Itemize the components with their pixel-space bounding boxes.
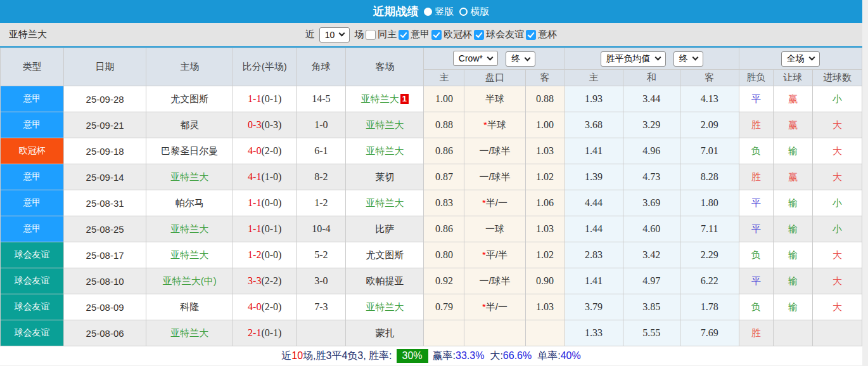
- recent-count-select[interactable]: 10: [319, 27, 350, 42]
- goals-result-cell: 小: [812, 190, 862, 216]
- same-home-label: 同主: [378, 29, 397, 41]
- handicap-result-cell: 输: [773, 190, 812, 216]
- competition-badge: 意甲: [1, 164, 63, 190]
- away-team-cell: 尤文图斯: [346, 242, 424, 268]
- odds-company-select[interactable]: Crow*: [453, 51, 498, 66]
- subheader-euro-away: 客: [680, 70, 739, 86]
- score-cell: 3-3(2-2): [233, 268, 297, 294]
- odds-company-time-value: 终: [511, 53, 520, 65]
- summary-middle: 场,胜3平4负3, 胜率:: [303, 350, 392, 363]
- goals-result-cell: 大: [812, 138, 862, 164]
- goals-result-cell: 大: [812, 164, 862, 190]
- result-cell: 胜: [739, 164, 773, 190]
- recent-label: 近: [305, 29, 315, 41]
- vertical-layout-radio[interactable]: [424, 8, 432, 16]
- score-cell: 1-2(0-0): [233, 242, 297, 268]
- euro-draw-odds-cell: 5.55: [623, 320, 680, 346]
- chevron-down-icon: [487, 54, 494, 60]
- handicap-cell: 一/球半: [464, 164, 525, 190]
- filter-serie-a-checkbox[interactable]: [399, 30, 409, 40]
- subheader-result: 胜负: [739, 70, 773, 86]
- horizontal-layout-option[interactable]: 横版: [459, 6, 490, 18]
- handicap-result-cell: 赢: [773, 86, 812, 112]
- match-type-cell: 球会友谊: [1, 294, 64, 320]
- euro-home-odds-cell: 2.83: [565, 242, 623, 268]
- match-type-cell: 球会友谊: [1, 320, 64, 346]
- match-type-cell: 欧冠杯: [1, 138, 64, 164]
- home-team-cell: 都灵: [146, 112, 233, 138]
- filter-friendly-checkbox[interactable]: [474, 30, 484, 40]
- odds-company-time-select[interactable]: 终: [506, 51, 535, 67]
- asia-away-odds-cell: 1.03: [525, 216, 565, 242]
- match-row: 意甲25-08-31帕尔马1-1(0-0)1-2亚特兰大0.83*半/一1.06…: [1, 190, 862, 216]
- same-home-checkbox[interactable]: [366, 30, 376, 40]
- match-row: 球会友谊25-08-06亚特兰大2-1(0-1)蒙扎1.335.557.69胜: [1, 320, 862, 346]
- score-cell: 4-0(2-0): [233, 294, 297, 320]
- euro-home-odds-cell: 1.41: [565, 138, 623, 164]
- europe-odds-select[interactable]: 胜平负均值: [601, 51, 666, 67]
- goals-result-cell: 大: [812, 242, 862, 268]
- home-team-cell: 巴黎圣日尔曼: [146, 138, 233, 164]
- match-row: 意甲25-09-14亚特兰大4-1(1-0)8-2莱切0.87一/球半1.021…: [1, 164, 862, 190]
- asia-home-odds-cell: 0.80: [424, 242, 464, 268]
- match-row: 意甲25-08-25亚特兰大1-1(0-1)10-4比萨0.86一球1.031.…: [1, 216, 862, 242]
- score-cell: 1-1(0-0): [233, 190, 297, 216]
- euro-away-odds-cell: 8.28: [680, 164, 739, 190]
- match-scope-value: 全场: [787, 53, 805, 65]
- handicap-cell: [464, 320, 525, 346]
- handicap-result-cell: 赢: [773, 164, 812, 190]
- filter-coppa-label: 意杯: [538, 29, 557, 41]
- corners-cell: 6-1: [297, 138, 346, 164]
- date-cell: 25-08-09: [64, 294, 146, 320]
- home-team-cell: 亚特兰大(中): [146, 268, 233, 294]
- recent-count-value: 10: [325, 30, 335, 40]
- score-cell: 0-3(0-3): [233, 112, 297, 138]
- europe-odds-value: 胜平负均值: [606, 53, 651, 65]
- filter-ucl-checkbox[interactable]: [431, 30, 442, 40]
- col-header-away: 客场: [346, 48, 424, 86]
- away-team-cell: 亚特兰大1: [346, 86, 424, 112]
- home-team-cell: 科隆: [146, 294, 233, 320]
- summary-prefix: 近: [281, 350, 291, 363]
- competition-badge: 球会友谊: [1, 320, 63, 346]
- chevron-down-icon: [654, 55, 661, 61]
- competition-badge: 意甲: [1, 86, 63, 112]
- vertical-layout-option[interactable]: 竖版: [424, 6, 454, 18]
- col-header-score: 比分(半场): [233, 48, 297, 86]
- goals-result-cell: 大: [812, 294, 862, 320]
- euro-draw-odds-cell: 3.42: [623, 242, 680, 268]
- date-cell: 25-08-10: [64, 268, 146, 294]
- asia-away-odds-cell: 0.90: [525, 268, 565, 294]
- asia-home-odds-cell: [424, 320, 464, 346]
- result-cell: 胜: [739, 112, 773, 138]
- summary-count: 10: [291, 350, 303, 362]
- corners-cell: 1-2: [297, 190, 346, 216]
- subheader-asia-home: 主: [424, 70, 464, 86]
- subheader-asia-away: 客: [525, 70, 565, 86]
- euro-away-odds-cell: 4.13: [680, 86, 739, 112]
- match-scope-select[interactable]: 全场: [781, 51, 820, 67]
- europe-odds-header: 胜平负均值 终: [565, 48, 739, 70]
- away-team-cell: 莱切: [346, 164, 424, 190]
- goals-result-cell: 小: [812, 216, 862, 242]
- asia-home-odds-cell: 0.79: [424, 294, 464, 320]
- euro-away-odds-cell: 2.29: [680, 242, 739, 268]
- col-header-date: 日期: [64, 48, 146, 86]
- horizontal-layout-radio[interactable]: [459, 8, 468, 16]
- goals-result-cell: [812, 320, 862, 346]
- match-type-cell: 球会友谊: [1, 242, 64, 268]
- asia-away-odds-cell: 1.03: [525, 138, 565, 164]
- spread-rate-value: 33.3%: [456, 350, 484, 362]
- goals-result-cell: 大: [812, 112, 862, 138]
- match-type-cell: 意甲: [1, 164, 64, 190]
- competition-badge: 欧冠杯: [1, 138, 63, 164]
- asia-away-odds-cell: [525, 320, 565, 346]
- europe-odds-time-select[interactable]: 终: [673, 51, 703, 67]
- filter-coppa-checkbox[interactable]: [526, 30, 536, 40]
- title-bar: 近期战绩 竖版 横版: [0, 0, 862, 23]
- handicap-cell: 半球: [464, 86, 525, 112]
- col-header-type: 类型: [1, 48, 64, 86]
- goals-result-cell: 大: [812, 268, 862, 294]
- home-team-cell: 帕尔马: [146, 190, 233, 216]
- handicap-cell: *平/半: [464, 242, 525, 268]
